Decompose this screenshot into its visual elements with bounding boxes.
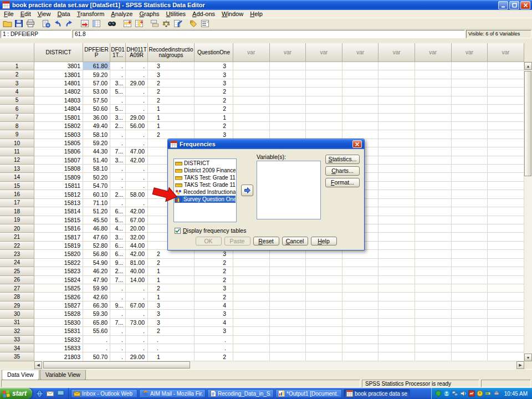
cell[interactable]: . [110,173,126,181]
cell-empty[interactable] [270,62,306,70]
cell[interactable]: 50.60 [83,105,110,113]
ql-mail-icon[interactable] [46,390,54,398]
cell[interactable]: 13801 [34,70,83,79]
row-header[interactable]: 10 [0,139,34,147]
cell-empty[interactable] [415,182,452,190]
cell[interactable]: 1 [148,352,195,361]
cell-empty[interactable] [306,284,342,293]
cell-empty[interactable] [452,199,488,207]
display-frequency-tables-checkbox[interactable] [175,228,181,234]
row-header[interactable]: 3 [0,79,34,88]
cell-empty[interactable] [378,190,415,198]
cell-empty[interactable] [452,276,488,284]
cell[interactable]: 15827 [34,301,83,310]
cell[interactable]: . [126,130,148,139]
cell[interactable]: . [110,293,126,301]
menu-data[interactable]: Data [54,10,73,18]
column-header-dh011ta09r[interactable]: DH011TA09R [126,43,148,62]
row-header[interactable]: 24 [0,259,34,267]
cell[interactable]: 4... [110,224,126,233]
statistics-button[interactable]: Statistics... [325,155,360,164]
cancel-button[interactable]: Cancel [282,237,308,245]
cell[interactable]: 44.00 [126,242,148,250]
cell[interactable]: 2 [195,105,233,113]
cell-empty[interactable] [488,310,524,318]
cell-empty[interactable] [452,139,488,147]
cell-empty[interactable] [488,259,524,267]
row-header[interactable]: 35 [0,352,34,361]
row-header[interactable]: 29 [0,301,34,310]
cell[interactable]: . [110,70,126,79]
cell-empty[interactable] [270,79,306,88]
menu-edit[interactable]: Edit [17,10,34,18]
cell-empty[interactable] [452,319,488,327]
cell[interactable]: 9... [110,301,126,310]
cell-empty[interactable] [306,267,342,275]
cell[interactable]: 3 [148,319,195,327]
cell[interactable]: . [126,70,148,79]
cell-empty[interactable] [452,79,488,88]
cell-empty[interactable] [233,114,270,122]
cell-empty[interactable] [233,122,270,130]
vertical-scroll-track[interactable] [524,70,532,354]
cell[interactable]: . [126,344,148,352]
row-header[interactable]: 6 [0,105,34,113]
cell[interactable]: . [110,352,126,361]
cell-empty[interactable] [488,88,524,96]
cell-empty[interactable] [415,250,452,258]
cell[interactable]: 2 [195,88,233,96]
cell-empty[interactable] [378,310,415,318]
cell[interactable]: . [110,96,126,105]
cell[interactable]: 6... [110,207,126,216]
cell-empty[interactable] [342,352,379,361]
cell-empty[interactable] [342,88,379,96]
use-sets-icon[interactable] [200,19,211,29]
cell[interactable]: . [110,139,126,147]
cell-empty[interactable] [306,79,342,88]
cell-empty[interactable] [415,224,452,233]
minimize-button[interactable] [498,1,508,9]
cell[interactable]: 53.00 [83,88,110,96]
cell-empty[interactable] [378,182,415,190]
target-variable-list[interactable] [257,161,321,219]
recall-dialog-icon[interactable] [40,19,52,29]
cell[interactable]: 15833 [34,344,83,352]
cell[interactable]: 2 [195,259,233,267]
cell-empty[interactable] [452,62,488,70]
cell[interactable]: 42.00 [126,156,148,165]
cell[interactable]: 4 [195,301,233,310]
cell-empty[interactable] [488,165,524,173]
cell[interactable]: 5... [110,216,126,224]
cell[interactable]: 20.00 [126,224,148,233]
cell[interactable]: 52.80 [83,242,110,250]
row-header[interactable]: 28 [0,293,34,301]
cell-empty[interactable] [452,301,488,310]
cell[interactable]: 3 [195,250,233,258]
cell[interactable]: 50.70 [83,352,110,361]
cell-empty[interactable] [415,139,452,147]
column-header-recodedinstructionalgroups[interactable]: Recodedinstructionalgroups [148,43,195,62]
cell[interactable]: 59.30 [83,310,110,318]
cell[interactable]: 3 [195,327,233,335]
cell[interactable]: 15816 [34,224,83,233]
cell-empty[interactable] [270,352,306,361]
cell[interactable]: . [126,139,148,147]
print-icon[interactable] [25,19,36,29]
cell[interactable]: . [195,344,233,352]
cell[interactable]: 3... [110,114,126,122]
cell[interactable]: 59.20 [83,139,110,147]
cell[interactable]: 3 [195,130,233,139]
cell[interactable]: . [126,310,148,318]
cell-empty[interactable] [452,114,488,122]
row-header[interactable]: 19 [0,216,34,224]
cell[interactable]: 54.90 [83,259,110,267]
cell[interactable]: 14802 [34,88,83,96]
taskbar-item[interactable]: book practice data se... [344,389,410,398]
cell[interactable]: 14.00 [126,276,148,284]
split-file-icon[interactable] [149,19,160,29]
cell-empty[interactable] [488,114,524,122]
cell-empty[interactable] [270,276,306,284]
insert-cases-icon[interactable] [122,19,133,29]
cell[interactable]: 1 [148,122,195,130]
value-labels-icon[interactable] [188,19,199,29]
